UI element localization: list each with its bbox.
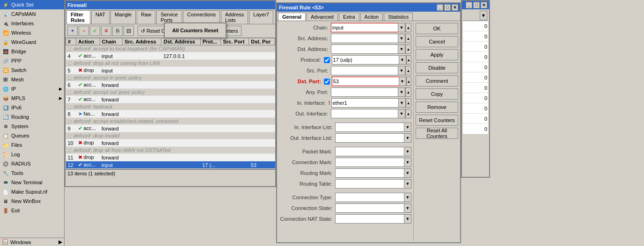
sidebar-item-mesh[interactable]: 🕸 Mesh (0, 75, 64, 84)
connection-mark-input[interactable] (335, 158, 404, 167)
sidebar-item-quick-set[interactable]: ⚡ Quick Set (0, 0, 64, 9)
sidebar-item-ppp[interactable]: 🔗 PPP (0, 56, 64, 65)
remove-rule-button[interactable]: − (79, 26, 89, 36)
src-port-dropdown[interactable]: ▼ (398, 66, 405, 75)
protocol-scroll[interactable]: ▲ (406, 55, 411, 65)
dst-address-dropdown[interactable]: ▼ (398, 44, 405, 54)
sidebar-item-wireguard[interactable]: 🔒 WireGuard (0, 37, 64, 47)
rule-tab-general[interactable]: General (278, 13, 306, 21)
packet-mark-input[interactable] (335, 147, 404, 156)
table-row[interactable]: ;;; defconf: drop all not coming from LA… (66, 60, 275, 67)
in-interface-scroll[interactable]: ▲ (406, 98, 412, 108)
rp-maximize[interactable]: □ (473, 2, 480, 8)
protocol-input[interactable] (332, 55, 399, 65)
tab-service-ports[interactable]: Service Ports (156, 10, 182, 24)
table-row[interactable]: 12✔ acc...input17 (...53 (66, 161, 275, 169)
tab-mangle[interactable]: Mangle (110, 10, 136, 24)
table-row[interactable]: ;;; defconf: drop all from WAN not DSTNA… (66, 147, 275, 154)
close-button[interactable]: ✕ (452, 4, 458, 11)
connection-state-input[interactable] (335, 203, 404, 213)
sidebar-item-tools[interactable]: 🔧 Tools (0, 168, 64, 178)
src-address-scroll[interactable]: ▲ (405, 34, 411, 43)
add-rule-button[interactable]: + (67, 26, 78, 36)
routing-mark-input[interactable] (335, 168, 404, 178)
out-interface-dropdown[interactable]: ▼ (398, 109, 405, 118)
in-interface-list-input[interactable] (335, 123, 404, 132)
sidebar-item-interfaces[interactable]: 🔌 Interfaces (0, 19, 64, 28)
sidebar-item-ip[interactable]: 🌐 IP ▶ (0, 84, 64, 94)
table-row[interactable]: 7✔ acc...forward (66, 96, 275, 103)
dst-address-scroll[interactable]: ▲ (405, 44, 411, 54)
in-interface-list-dropdown[interactable]: ▼ (404, 123, 411, 132)
filter-button[interactable]: ⊟ (124, 26, 134, 36)
copy-button[interactable]: Copy (416, 88, 458, 100)
any-port-scroll[interactable]: ▲ (405, 87, 411, 97)
maximize-button[interactable]: □ (444, 4, 451, 11)
in-interface-dropdown[interactable]: ▼ (398, 98, 406, 108)
sidebar-item-make-supout[interactable]: 📄 Make Supout.rif (0, 187, 64, 196)
table-row[interactable]: ;;; defconf: accept established,related,… (66, 118, 275, 125)
dst-port-checkbox[interactable] (324, 79, 330, 85)
comment-button[interactable]: Comment (416, 75, 458, 87)
sidebar-item-queues[interactable]: 📋 Queues (0, 131, 64, 140)
table-row[interactable]: 5✖ dropinput (66, 67, 275, 74)
packet-mark-dropdown[interactable]: ▼ (404, 147, 411, 156)
table-row[interactable]: 8➤ fas...forward (66, 110, 275, 118)
table-row[interactable]: 11✖ dropforward (66, 154, 275, 161)
tab-address-lists[interactable]: Address Lists (221, 10, 248, 24)
ok-button[interactable]: OK (416, 23, 458, 34)
rp-close[interactable]: ✕ (481, 2, 487, 8)
connection-type-input[interactable] (335, 193, 404, 202)
connection-mark-dropdown[interactable]: ▼ (404, 158, 411, 167)
reset-all-counters-btn[interactable]: Reset All Counters (416, 128, 458, 139)
connection-nat-state-dropdown[interactable]: ▼ (404, 214, 411, 224)
src-port-scroll[interactable]: ▲ (405, 66, 411, 75)
sidebar-item-switch[interactable]: 🔀 Switch (0, 65, 64, 75)
out-interface-list-input[interactable] (335, 133, 404, 143)
sidebar-item-wireless[interactable]: 📶 Wireless (0, 28, 64, 37)
dst-port-dropdown[interactable]: ▼ (399, 77, 406, 86)
disable-button[interactable]: Disable (416, 62, 458, 73)
sidebar-item-ipv6[interactable]: 6️⃣ IPv6 (0, 103, 64, 112)
table-row[interactable]: ;;; defconf: accept in ipsec policy (66, 74, 275, 81)
src-address-dropdown[interactable]: ▼ (398, 34, 405, 43)
dst-port-scroll[interactable]: ▲ (406, 77, 411, 86)
sidebar-item-radius[interactable]: 🔘 RADIUS (0, 159, 64, 168)
connection-nat-state-input[interactable] (335, 214, 404, 224)
sidebar-item-routing[interactable]: 🔄 Routing (0, 112, 64, 122)
table-row[interactable]: ;;; defconf: accept out ipsec policy (66, 89, 275, 96)
protocol-checkbox[interactable] (324, 57, 330, 63)
rule-tab-extra[interactable]: Extra (339, 13, 359, 21)
connection-type-dropdown[interactable]: ▼ (404, 193, 411, 202)
any-port-dropdown[interactable]: ▼ (398, 87, 405, 97)
out-interface-list-dropdown[interactable]: ▼ (404, 133, 411, 143)
chain-dropdown[interactable]: ▼ (398, 23, 405, 32)
table-row[interactable]: ;;; defconf: drop invalid (66, 132, 275, 139)
apply-button[interactable]: Apply (416, 49, 458, 60)
dst-address-input[interactable] (331, 44, 398, 54)
src-address-input[interactable] (331, 34, 398, 43)
table-row[interactable]: 6✔ acc...forward (66, 81, 275, 89)
src-port-input[interactable] (331, 66, 398, 75)
tab-raw[interactable]: Raw (137, 10, 155, 24)
reset-counters-btn[interactable]: Reset Counters (416, 115, 458, 126)
table-row[interactable]: 9✔ acc...forward (66, 125, 275, 132)
table-row[interactable]: 10✖ dropforward (66, 139, 275, 147)
sidebar-item-system[interactable]: ⚙ System (0, 122, 64, 131)
protocol-dropdown[interactable]: ▼ (399, 55, 406, 65)
tab-filter-rules[interactable]: Filter Rules (66, 10, 90, 24)
any-port-input[interactable] (331, 87, 398, 97)
out-interface-input[interactable] (331, 109, 398, 118)
sidebar-item-new-terminal[interactable]: 💻 New Terminal (0, 178, 64, 187)
copy-rule-button[interactable]: ⎘ (112, 26, 123, 36)
sidebar-item-mpls[interactable]: 📦 MPLS ▶ (0, 94, 64, 103)
tab-nat[interactable]: NAT (91, 10, 110, 24)
sidebar-item-exit[interactable]: 🚪 Exit (0, 206, 64, 215)
sidebar-item-bridge[interactable]: 🌉 Bridge (0, 47, 64, 56)
out-interface-scroll[interactable]: ▲ (405, 109, 411, 118)
routing-table-input[interactable] (335, 179, 404, 188)
chain-input[interactable] (331, 23, 398, 32)
rule-tab-statistics[interactable]: Statistics (384, 13, 413, 21)
connection-state-dropdown[interactable]: ▼ (404, 203, 411, 213)
enable-rule-button[interactable]: ✓ (90, 26, 100, 36)
